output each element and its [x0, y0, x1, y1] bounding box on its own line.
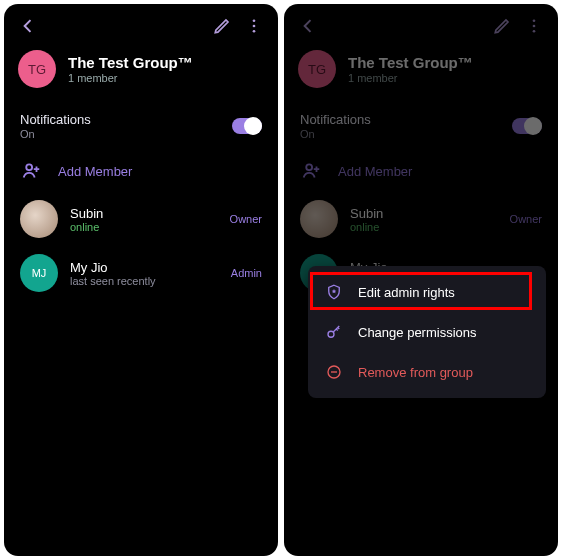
- svg-point-8: [328, 331, 334, 337]
- menu-item-label: Edit admin rights: [358, 285, 455, 300]
- group-avatar: TG: [18, 50, 56, 88]
- group-avatar: TG: [298, 50, 336, 88]
- member-row[interactable]: Subin online Owner: [4, 192, 278, 246]
- notif-toggle[interactable]: [232, 118, 262, 134]
- topbar: [4, 4, 278, 44]
- member-role: Owner: [230, 213, 262, 225]
- group-header: TG The Test Group™ 1 member: [4, 44, 278, 102]
- member-name: Subin: [70, 206, 218, 221]
- right-screen: TG The Test Group™ 1 member Notification…: [284, 4, 558, 556]
- notifications-row[interactable]: Notifications On: [284, 102, 558, 150]
- member-row[interactable]: MJ My Jio last seen recently Admin: [4, 246, 278, 300]
- member-role: Owner: [510, 213, 542, 225]
- member-role: Admin: [231, 267, 262, 279]
- add-member-row[interactable]: Add Member: [284, 150, 558, 192]
- notifications-row[interactable]: Notifications On: [4, 102, 278, 150]
- svg-point-1: [253, 25, 256, 28]
- more-icon[interactable]: [238, 10, 270, 42]
- notif-toggle[interactable]: [512, 118, 542, 134]
- topbar: [284, 4, 558, 44]
- svg-point-3: [26, 164, 32, 170]
- add-member-icon: [20, 160, 42, 182]
- key-icon: [324, 323, 344, 341]
- add-member-row[interactable]: Add Member: [4, 150, 278, 192]
- member-name: Subin: [350, 206, 498, 221]
- context-menu: Edit admin rights Change permissions Rem…: [308, 266, 546, 398]
- add-member-icon: [300, 160, 322, 182]
- menu-edit-admin-rights[interactable]: Edit admin rights: [308, 272, 546, 312]
- member-name: My Jio: [70, 260, 219, 275]
- svg-point-6: [533, 30, 536, 33]
- back-icon[interactable]: [292, 10, 324, 42]
- add-member-label: Add Member: [58, 164, 132, 179]
- svg-point-4: [533, 19, 536, 22]
- notif-label: Notifications: [20, 112, 91, 127]
- svg-point-0: [253, 19, 256, 22]
- remove-circle-icon: [324, 363, 344, 381]
- group-title: The Test Group™: [348, 54, 473, 71]
- menu-change-permissions[interactable]: Change permissions: [308, 312, 546, 352]
- member-status: last seen recently: [70, 275, 219, 287]
- member-avatar: MJ: [20, 254, 58, 292]
- left-screen: TG The Test Group™ 1 member Notification…: [4, 4, 278, 556]
- group-header: TG The Test Group™ 1 member: [284, 44, 558, 102]
- member-avatar: [20, 200, 58, 238]
- group-title: The Test Group™: [68, 54, 193, 71]
- menu-remove-from-group[interactable]: Remove from group: [308, 352, 546, 392]
- more-icon[interactable]: [518, 10, 550, 42]
- group-subtitle: 1 member: [68, 72, 193, 84]
- back-icon[interactable]: [12, 10, 44, 42]
- svg-point-5: [533, 25, 536, 28]
- edit-icon[interactable]: [206, 10, 238, 42]
- member-avatar: [300, 200, 338, 238]
- add-member-label: Add Member: [338, 164, 412, 179]
- menu-item-label: Change permissions: [358, 325, 477, 340]
- notif-label: Notifications: [300, 112, 371, 127]
- notif-state: On: [300, 128, 371, 140]
- member-status: online: [70, 221, 218, 233]
- menu-item-label: Remove from group: [358, 365, 473, 380]
- notif-state: On: [20, 128, 91, 140]
- edit-icon[interactable]: [486, 10, 518, 42]
- group-subtitle: 1 member: [348, 72, 473, 84]
- member-row[interactable]: Subin online Owner: [284, 192, 558, 246]
- shield-star-icon: [324, 283, 344, 301]
- svg-point-2: [253, 30, 256, 33]
- member-status: online: [350, 221, 498, 233]
- svg-point-7: [306, 164, 312, 170]
